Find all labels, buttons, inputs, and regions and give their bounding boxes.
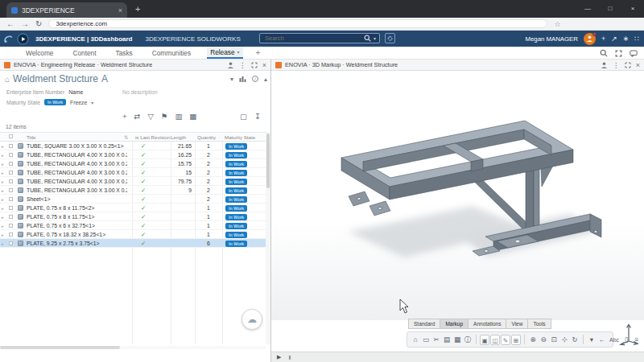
share-icon[interactable]: ↗ — [611, 35, 617, 43]
table-row[interactable]: ▸PLATE, 0.75 x 6 x 32.75<1>✓1In Work — [0, 221, 266, 230]
scrollbar-thumb[interactable] — [266, 134, 270, 188]
user-name[interactable]: Megan MANAGER — [525, 35, 577, 43]
row-expander-icon[interactable]: ▸ — [2, 224, 4, 228]
select-all-checkbox[interactable] — [9, 134, 13, 138]
swym-icon[interactable]: ∗ — [623, 35, 630, 43]
row-expander-icon[interactable]: ▸ — [2, 215, 4, 220]
search-input[interactable] — [263, 34, 361, 43]
row-expander-icon[interactable]: ▸ — [2, 232, 4, 237]
weldment-3d-model[interactable] — [271, 71, 644, 320]
pause-icon[interactable]: ‖ — [288, 355, 291, 360]
col-title[interactable]: Title — [27, 134, 35, 140]
table-row[interactable]: ▸TUBE, SQUARE 3.00 X 3.00 X 0.25<1>✓21.6… — [0, 142, 266, 150]
paste-icon[interactable]: ▦ — [452, 335, 462, 345]
compare-icon[interactable]: ⇄ — [134, 111, 141, 122]
vertical-scrollbar[interactable] — [266, 132, 270, 344]
sort-icon[interactable]: ⇅ — [124, 134, 128, 140]
maximize-icon[interactable]: □ — [599, 0, 621, 18]
chart-icon[interactable] — [239, 76, 246, 82]
row-checkbox[interactable] — [9, 241, 13, 245]
chevron-down-icon[interactable]: ▾ — [587, 335, 597, 345]
3d-viewport[interactable] — [271, 71, 644, 320]
zoom-in-icon[interactable]: ⊕ — [528, 335, 538, 345]
bookmark-star-icon[interactable]: ☆ — [554, 20, 560, 28]
home-icon[interactable]: ⌂ — [411, 335, 420, 345]
compass-icon[interactable] — [17, 33, 29, 45]
table-row[interactable]: ▸TUBE, RECTANGULAR 4.00 X 3.00 X 0.25<7>… — [0, 150, 266, 159]
tab-content[interactable]: Content — [69, 47, 99, 59]
info-icon[interactable]: ⓘ — [463, 335, 473, 345]
row-checkbox[interactable] — [9, 179, 13, 183]
zoom-out-icon[interactable]: ⊖ — [539, 335, 548, 345]
screenshot-icon[interactable]: ▣ — [480, 335, 489, 345]
back-arrow-icon[interactable]: ← — [597, 335, 607, 345]
table-row[interactable]: ▸TUBE, RECTANGULAR 4.00 X 3.00 X 0.25<2>… — [0, 168, 266, 177]
table-row[interactable]: ▸PLATE, 0.75 x 8 x 11.75<2>✓1In Work — [0, 204, 266, 212]
freeze-button[interactable]: Freeze — [70, 100, 87, 105]
table-row[interactable]: ▸PLATE, 0.75 x 18.32 x 38.25<1>✓1In Work — [0, 230, 266, 239]
minimize-icon[interactable]: — — [576, 0, 599, 18]
col-length[interactable]: Length — [171, 134, 186, 140]
stamp-icon[interactable]: ⊞ — [511, 335, 521, 345]
table-row[interactable]: ▸PLATE, 9.25 x 2.75 x 3.75<1>✓6In Work — [0, 239, 266, 248]
new-tab-icon[interactable]: + — [135, 4, 140, 14]
table-row[interactable]: ▸TUBE, RECTANGULAR 4.00 X 3.00 X 0.25<5>… — [0, 159, 266, 168]
copy-icon[interactable]: ▤ — [442, 335, 452, 345]
scrollbar-thumb[interactable] — [0, 346, 120, 349]
grid-icon[interactable]: ▦ — [189, 111, 196, 122]
row-checkbox[interactable] — [9, 144, 13, 148]
row-checkbox[interactable] — [9, 224, 13, 228]
row-checkbox[interactable] — [9, 188, 13, 192]
table-row[interactable]: ▸Sheet<1>✓2In Work — [0, 195, 266, 204]
assistant-fab[interactable]: ☁ — [242, 309, 262, 330]
search-options-chevron-icon[interactable]: ▾ — [374, 35, 376, 41]
col-maturity-state[interactable]: Maturity State — [225, 134, 255, 140]
browser-tab[interactable]: 3DEXPERIENCE × — [6, 2, 127, 18]
view-tab-markup[interactable]: Markup — [440, 319, 469, 329]
tab-communities[interactable]: Communities — [149, 47, 194, 59]
url-field[interactable]: 3dexperience.com — [48, 19, 547, 28]
play-icon[interactable]: ▶ — [277, 354, 281, 360]
filter-icon[interactable]: ▽ — [148, 111, 154, 122]
row-expander-icon[interactable]: ▸ — [2, 179, 4, 184]
row-expander-icon[interactable]: ▸ — [2, 144, 4, 149]
home-icon[interactable]: ⌂ — [5, 75, 10, 84]
add-icon[interactable]: + — [122, 111, 127, 122]
invite-person-icon[interactable] — [601, 62, 608, 68]
view-tab-annotations[interactable]: Annotations — [469, 319, 506, 329]
row-checkbox[interactable] — [9, 197, 13, 201]
tab-close-icon[interactable]: × — [118, 6, 122, 14]
table-row[interactable]: ▸TUBE, RECTANGULAR 4.00 X 3.00 X 0.25<4>… — [0, 177, 266, 186]
export-icon[interactable]: ↧ — [254, 111, 261, 122]
expand-icon[interactable] — [625, 62, 631, 68]
zoom-fit-icon[interactable]: ⊡ — [549, 335, 559, 345]
view-tab-view[interactable]: View — [506, 319, 528, 329]
col-quantity[interactable]: Quantity — [197, 134, 216, 140]
row-expander-icon[interactable]: ▸ — [2, 206, 4, 211]
row-expander-icon[interactable]: ▸ — [2, 171, 4, 175]
back-icon[interactable]: ← — [6, 19, 14, 28]
info-icon[interactable]: i — [252, 76, 258, 82]
table-row[interactable]: ▸PLATE, 0.75 x 8 x 11.75<1>✓1In Work — [0, 212, 266, 221]
tab-release[interactable]: Release▾ — [207, 47, 242, 59]
fullscreen-icon[interactable] — [615, 50, 622, 57]
apps-icon[interactable]: ∷ — [634, 35, 639, 43]
maturity-chevron-icon[interactable]: ▾ — [91, 100, 93, 105]
fullscreen-icon[interactable]: ▢ — [240, 111, 247, 122]
row-checkbox[interactable] — [9, 232, 13, 237]
row-expander-icon[interactable]: ▸ — [2, 241, 4, 246]
close-panel-icon[interactable]: × — [636, 61, 640, 69]
search-box[interactable]: ▾ — [259, 33, 380, 43]
row-checkbox[interactable] — [9, 171, 13, 175]
tab-tasks[interactable]: Tasks — [113, 47, 136, 59]
close-panel-icon[interactable]: × — [262, 61, 266, 69]
row-expander-icon[interactable]: ▸ — [2, 188, 4, 193]
rotate-icon[interactable]: ↻ — [570, 335, 580, 345]
more-icon[interactable]: ⋮ — [239, 61, 246, 69]
expand-icon[interactable] — [251, 62, 258, 68]
chat-icon[interactable] — [630, 50, 638, 57]
refresh-icon[interactable]: ↻ — [35, 19, 42, 28]
forward-icon[interactable]: → — [21, 19, 29, 28]
row-checkbox[interactable] — [9, 162, 13, 166]
add-tab-icon[interactable]: + — [256, 48, 261, 57]
